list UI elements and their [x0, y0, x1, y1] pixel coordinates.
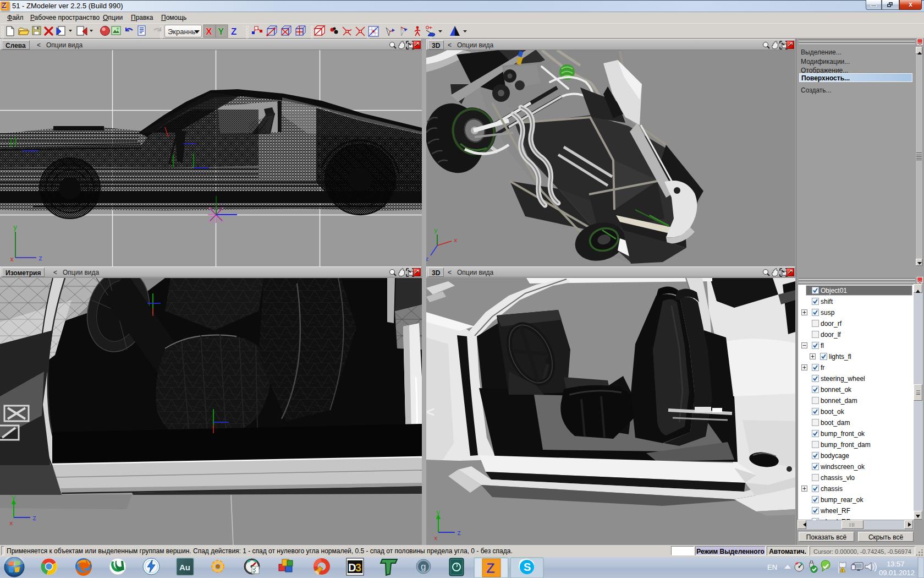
svg-text:y: y — [436, 509, 440, 517]
svg-text:09.01.2012: 09.01.2012 — [879, 569, 915, 577]
svg-text:x: x — [434, 535, 438, 542]
svg-text:Au: Au — [179, 563, 190, 572]
svg-text:y: y — [12, 494, 15, 502]
svg-text:g: g — [421, 561, 426, 572]
svg-text:!: ! — [842, 568, 843, 573]
svg-text:x: x — [9, 520, 13, 527]
svg-text:3: 3 — [355, 561, 361, 574]
svg-text:13:57: 13:57 — [887, 560, 905, 568]
svg-text:Z: Z — [231, 26, 237, 37]
svg-text:x: x — [10, 256, 14, 264]
svg-text:z: z — [32, 515, 36, 522]
svg-text:z: z — [426, 256, 429, 263]
svg-text:Y: Y — [218, 26, 224, 37]
svg-text:EN: EN — [767, 563, 777, 571]
svg-text:<: < — [426, 403, 435, 420]
svg-text:y: y — [13, 224, 17, 232]
svg-text:S: S — [524, 561, 531, 573]
svg-text:y: y — [434, 227, 438, 234]
svg-text:X: X — [206, 26, 212, 37]
svg-text:z: z — [457, 530, 461, 537]
svg-text:Z: Z — [486, 560, 495, 576]
svg-text:z: z — [38, 255, 42, 263]
svg-text:x: x — [454, 237, 458, 244]
